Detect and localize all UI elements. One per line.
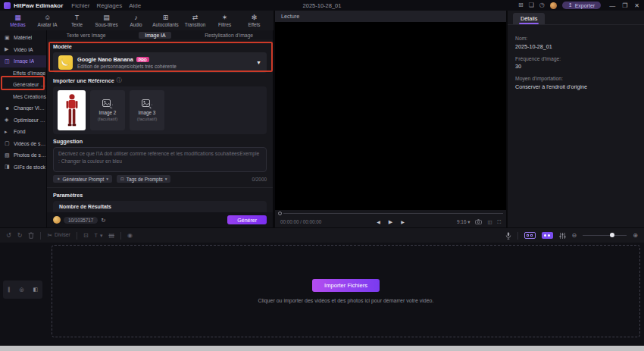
play-button[interactable]: ▶ <box>389 219 392 225</box>
tab-audio[interactable]: ♪Audio <box>121 14 151 27</box>
tab-details[interactable]: Détails <box>513 13 545 24</box>
refresh-icon[interactable]: ↻ <box>101 217 105 224</box>
tab-sous-titres[interactable]: ▤Sous-titres <box>92 14 121 27</box>
tab-autocollants[interactable]: ⊞Autocollants <box>151 14 180 27</box>
tab-medias[interactable]: ▦Médias <box>3 14 33 27</box>
sidebar-item-effets-image[interactable]: Effets d'Image <box>0 67 46 80</box>
sidebar-item-mes-creations[interactable]: Mes Créations <box>0 91 46 103</box>
effects-icon: ✻ <box>252 14 258 21</box>
tab-avatar-ia[interactable]: ☺Avatar IA <box>33 14 62 27</box>
chevron-right-icon: ▸ <box>5 129 11 135</box>
tab-transition[interactable]: ⇄Transition <box>180 14 210 27</box>
split-screen-icon[interactable]: ◫ <box>487 219 492 225</box>
user-avatar[interactable] <box>550 2 557 9</box>
export-arrow-icon: ↥ <box>568 2 573 8</box>
timeline-area: ∥ ◎ ◧ Importer Fichiers Cliquer ou impor… <box>0 243 644 345</box>
track-mute-icon[interactable]: ◧ <box>33 287 38 293</box>
separator <box>40 232 41 240</box>
timeline-zoom-slider[interactable] <box>583 235 627 236</box>
sidebar-item-generateur[interactable]: Générateur d'... <box>0 79 46 91</box>
sidebar-item-changer-visages[interactable]: ☻Changer Visages <box>0 102 46 114</box>
record-icon[interactable]: ◉ <box>127 233 133 239</box>
close-button[interactable]: ✕ <box>634 2 639 9</box>
next-frame-button[interactable]: ▶ <box>401 219 405 224</box>
generate-button[interactable]: Générer <box>227 215 267 224</box>
track-lock-icon[interactable]: ∥ <box>8 287 11 293</box>
mixer-icon[interactable] <box>559 233 566 239</box>
preview-panel: Lecture 00:00:00 / 00:00:00 ◀ ▶ ▶ 9:16 ▾… <box>275 11 506 227</box>
history-icon[interactable]: ◷ <box>539 2 545 8</box>
image-add-icon <box>142 99 152 108</box>
app-window: HitPaw Edimakor Fichier Réglages Aide 20… <box>0 0 644 351</box>
preview-title: Lecture <box>275 11 506 22</box>
preview-scrubber[interactable] <box>275 210 506 216</box>
link-toggle-icon[interactable] <box>542 232 553 239</box>
model-description: Édition de personnages/objets très cohér… <box>77 64 252 69</box>
sidebar-item-video-ia[interactable]: ▶Vidéo IA <box>0 44 46 56</box>
feedback-icon[interactable]: ❏ <box>529 2 534 8</box>
titlebar: HitPaw Edimakor Fichier Réglages Aide 20… <box>0 0 644 11</box>
menu-reglages[interactable]: Réglages <box>96 2 122 9</box>
timecode: 00:00:00 / 00:00:00 <box>280 219 321 224</box>
previous-frame-button[interactable]: ◀ <box>377 219 380 224</box>
minimize-button[interactable]: — <box>609 2 615 9</box>
folder-icon: ▣ <box>5 35 11 41</box>
track-visibility-icon[interactable]: ◎ <box>19 287 23 293</box>
mask-icon[interactable]: ⊡ <box>83 233 89 239</box>
tab-restylisation[interactable]: Restylisation d'image <box>199 32 259 39</box>
zoom-slider-handle[interactable] <box>610 233 614 237</box>
media-icon: ▦ <box>14 14 21 21</box>
zoom-in-icon[interactable]: ⊕ <box>633 233 638 239</box>
prompt-generator-button[interactable]: ✶Générateur Prompt▾ <box>53 175 112 183</box>
reference-image-2[interactable]: Image 2 (facultatif) <box>90 90 125 130</box>
snapshot-camera-icon[interactable] <box>475 219 482 224</box>
tab-texte-vers-image[interactable]: Texte vers Image <box>61 32 112 39</box>
prompt-textarea[interactable]: Décrivez ce que l'IA doit utiliser comme… <box>53 147 267 172</box>
import-files-button[interactable]: Importer Fichiers <box>312 279 380 292</box>
text-icon: T <box>75 14 80 21</box>
layout-icon[interactable]: ⊞ <box>518 2 524 8</box>
subtitle-tool-icon[interactable]: ▤ <box>108 233 114 239</box>
playhead-knob[interactable] <box>278 212 282 215</box>
undo-icon[interactable]: ↺ <box>6 233 11 239</box>
tab-effets[interactable]: ✻Effets <box>239 14 269 27</box>
prompt-tags-button[interactable]: ⊡Tags de Prompts▾ <box>117 175 170 183</box>
microphone-icon[interactable] <box>505 232 511 240</box>
media-drop-area[interactable]: Importer Fichiers Cliquer ou importer de… <box>52 245 640 337</box>
info-icon[interactable]: ⓘ <box>117 77 122 84</box>
scissors-icon: ✂ <box>47 233 52 239</box>
sidebar-item-optimiseur-video[interactable]: ◈Optimiseur Vidéo <box>0 114 46 127</box>
sidebar-item-photos-stock[interactable]: ▧Photos de stock <box>0 149 46 161</box>
delete-icon[interactable] <box>28 232 34 239</box>
sidebar-item-gifs-stock[interactable]: ◨GIFs de stock <box>0 161 46 174</box>
menubar: Fichier Réglages Aide <box>71 2 141 9</box>
tab-texte[interactable]: TTexte <box>62 14 92 27</box>
model-dropdown[interactable]: Google Nano Banana PRO Édition de person… <box>53 52 267 73</box>
sidebar-item-fond[interactable]: ▸Fond <box>0 126 46 138</box>
faces-icon: ☻ <box>5 105 11 111</box>
fullscreen-icon[interactable]: ⛶ <box>498 219 501 225</box>
menu-aide[interactable]: Aide <box>129 2 141 9</box>
separator <box>77 232 77 240</box>
aspect-ratio-selector[interactable]: 9:16 ▾ <box>457 219 470 225</box>
sidebar-item-materiel[interactable]: ▣Matériel <box>0 32 46 44</box>
reference-image-1[interactable] <box>58 90 86 130</box>
restore-button[interactable]: ❐ <box>622 2 627 9</box>
redo-icon[interactable]: ↻ <box>17 233 23 239</box>
video-preview-screen[interactable] <box>275 22 506 210</box>
audio-icon: ♪ <box>134 14 138 21</box>
reference-box: Image 2 (facultatif) Image 3 (facultatif… <box>53 86 267 134</box>
text-tool-icon[interactable]: T ▾ <box>95 233 103 238</box>
reference-image-3[interactable]: Image 3 (facultatif) <box>130 90 164 130</box>
export-button[interactable]: ↥Exporter <box>562 2 601 9</box>
tab-filtres[interactable]: ✶Filtres <box>210 14 239 27</box>
tab-image-ia[interactable]: Image IA <box>139 32 171 39</box>
zoom-out-icon[interactable]: ⊖ <box>572 233 577 239</box>
split-button[interactable]: ✂Diviser <box>47 233 70 239</box>
menu-fichier[interactable]: Fichier <box>71 2 89 9</box>
scrubber-track[interactable] <box>283 213 503 214</box>
sidebar-item-videos-stock[interactable]: ▢Vidéos de stock <box>0 138 46 150</box>
prompt-placeholder: Décrivez ce que l'IA doit utiliser comme… <box>58 150 261 165</box>
snap-toggle-icon[interactable] <box>524 232 536 239</box>
sidebar-item-image-ia[interactable]: ◫Image IA <box>0 55 46 67</box>
